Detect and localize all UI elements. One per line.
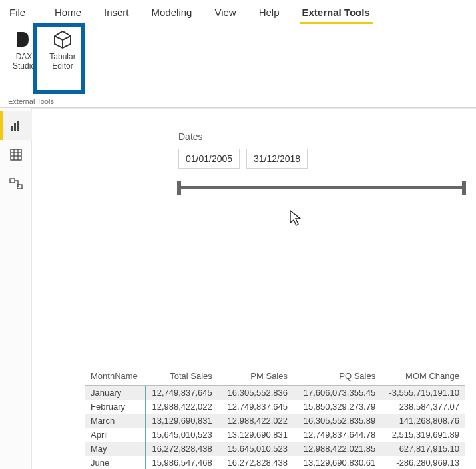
table-row[interactable]: February 12,988,422,022 12,749,837,645 1… [85, 400, 465, 414]
cell-month: April [85, 428, 145, 442]
report-view-button[interactable] [0, 111, 32, 140]
col-pq: PQ Sales [293, 367, 381, 386]
cell-total: 15,645,010,523 [145, 428, 217, 442]
workspace: Dates 01/01/2005 31/12/2018 MonthName To… [0, 108, 476, 469]
cell-pm: 12,988,422,022 [218, 414, 293, 428]
cell-month: March [85, 414, 145, 428]
cell-total: 12,988,422,022 [145, 400, 217, 414]
date-slider[interactable] [178, 182, 465, 193]
ribbon-divider [84, 27, 85, 94]
menubar: File Home Insert Modeling View Help Exte… [0, 0, 476, 24]
cell-pm: 16,272,828,438 [218, 456, 293, 469]
report-canvas[interactable]: Dates 01/01/2005 31/12/2018 MonthName To… [32, 108, 476, 469]
cell-total: 16,272,828,438 [145, 442, 217, 456]
tabular-editor-label-1: Tabular [49, 52, 75, 61]
table-row[interactable]: March 13,129,690,831 12,988,422,022 16,3… [85, 414, 465, 428]
cell-pq: 16,305,552,835.89 [293, 414, 381, 428]
table-header-row: MonthName Total Sales PM Sales PQ Sales … [85, 367, 465, 386]
date-range-boxes: 01/01/2005 31/12/2018 [178, 149, 465, 169]
cursor-icon [290, 210, 303, 229]
cell-month: January [85, 386, 145, 400]
date-from-input[interactable]: 01/01/2005 [178, 149, 240, 169]
data-view-button[interactable] [0, 140, 32, 169]
cell-month: June [85, 456, 145, 469]
cell-month: February [85, 400, 145, 414]
svg-rect-3 [11, 149, 21, 160]
cell-total: 13,129,690,831 [145, 414, 217, 428]
cell-mom: 238,584,377.07 [381, 400, 465, 414]
tabular-editor-label-2: Editor [52, 61, 73, 71]
date-to-input[interactable]: 31/12/2018 [246, 149, 308, 169]
cell-mom: -3,555,715,191.10 [381, 386, 465, 400]
cell-mom: 2,515,319,691.89 [381, 428, 465, 442]
slicer-title: Dates [178, 131, 465, 142]
menu-insert[interactable]: Insert [95, 1, 138, 23]
menu-external-tools[interactable]: External Tools [293, 1, 379, 23]
menu-modeling[interactable]: Modeling [142, 1, 202, 23]
slider-handle-right[interactable] [462, 181, 466, 195]
date-slicer[interactable]: Dates 01/01/2005 31/12/2018 [178, 131, 465, 193]
tabular-editor-button[interactable]: Tabular Editor [44, 25, 81, 73]
table-body: January 12,749,837,645 16,305,552,836 17… [85, 386, 465, 470]
dax-studio-label-2: Studio [13, 61, 35, 71]
cell-month: May [85, 442, 145, 456]
svg-rect-1 [14, 123, 16, 131]
cell-pm: 12,749,837,645 [218, 400, 293, 414]
cell-pq: 12,749,837,644.78 [293, 428, 381, 442]
dax-studio-icon [13, 28, 35, 51]
col-month: MonthName [85, 367, 145, 386]
ribbon-group-external-tools: DAX Studio Tabular Editor [5, 25, 81, 73]
cell-total: 15,986,547,468 [145, 456, 217, 469]
model-view-icon [9, 178, 23, 190]
cell-pq: 12,988,422,021.85 [293, 442, 381, 456]
col-mom: MOM Change [381, 367, 465, 386]
sales-table[interactable]: MonthName Total Sales PM Sales PQ Sales … [85, 367, 465, 469]
cell-mom: 627,817,915.10 [381, 442, 465, 456]
cell-pm: 15,645,010,523 [218, 442, 293, 456]
cell-pq: 15,850,329,273.79 [293, 400, 381, 414]
dax-studio-button[interactable]: DAX Studio [5, 25, 43, 73]
menu-view[interactable]: View [205, 1, 245, 23]
svg-rect-8 [10, 179, 15, 183]
cell-mom: 141,268,808.76 [381, 414, 465, 428]
data-view-icon [10, 149, 22, 161]
col-pm: PM Sales [218, 367, 293, 386]
model-view-button[interactable] [0, 169, 32, 199]
col-total: Total Sales [145, 367, 217, 386]
cell-pm: 16,305,552,836 [218, 386, 293, 400]
menu-file[interactable]: File [3, 1, 45, 23]
table-row[interactable]: June 15,986,547,468 16,272,828,438 13,12… [85, 456, 465, 469]
cell-mom: -286,280,969.13 [381, 456, 465, 469]
cell-pm: 13,129,690,831 [218, 428, 293, 442]
cell-total: 12,749,837,645 [145, 386, 217, 400]
table-row[interactable]: April 15,645,010,523 13,129,690,831 12,7… [85, 428, 465, 442]
svg-rect-0 [11, 126, 13, 131]
ribbon: DAX Studio Tabular Editor External Tools [0, 24, 476, 97]
menu-help[interactable]: Help [250, 1, 289, 23]
view-rail [0, 108, 32, 469]
menu-home[interactable]: Home [45, 1, 91, 23]
report-view-icon [10, 119, 22, 131]
slider-bar [178, 186, 465, 189]
cell-pq: 13,129,690,830.61 [293, 456, 381, 469]
ribbon-group-label: External Tools [8, 97, 54, 105]
table-row[interactable]: May 16,272,828,438 15,645,010,523 12,988… [85, 442, 465, 456]
svg-rect-2 [17, 121, 19, 131]
slider-handle-left[interactable] [177, 181, 181, 195]
table-row[interactable]: January 12,749,837,645 16,305,552,836 17… [85, 386, 465, 400]
tabular-editor-icon [51, 28, 74, 51]
dax-studio-label-1: DAX [16, 52, 33, 61]
cell-pq: 17,606,073,355.45 [293, 386, 381, 400]
